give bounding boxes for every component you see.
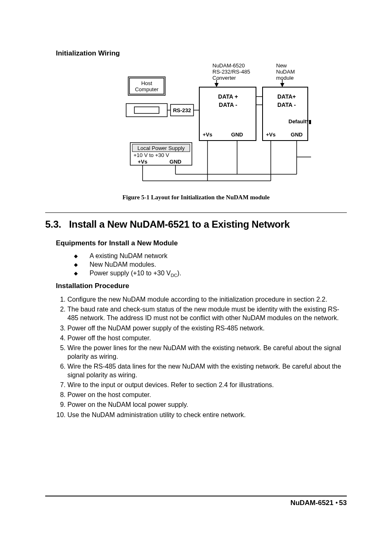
wiring-diagram: Host Computer RS-232 NuDAM-6520 RS-232/R…	[81, 62, 311, 192]
subscript-dc: DC	[171, 273, 177, 278]
svg-text:DATA +: DATA +	[218, 93, 238, 100]
list-item: Power on the NuDAM local power supply.	[67, 400, 347, 409]
footer-text: NuDAM-6521 ● 53	[45, 499, 347, 507]
list-item-text: New NuDAM modules.	[90, 261, 156, 268]
svg-text:+Vs: +Vs	[138, 159, 148, 165]
list-item: Use the NuDAM administration utility to …	[67, 411, 347, 419]
list-item-text: Power on the NuDAM local power supply.	[67, 401, 188, 408]
list-item: The baud rate and check-sum status of th…	[67, 305, 347, 322]
list-item-text: Use the NuDAM administration utility to …	[67, 411, 246, 418]
list-item: Power on the host computer.	[67, 390, 347, 399]
page-footer: NuDAM-6521 ● 53	[45, 496, 347, 507]
list-item: Power off the NuDAM power supply of the …	[67, 324, 347, 332]
svg-text:Default*: Default*	[288, 118, 309, 125]
closing-paren: ).	[177, 270, 181, 277]
list-item-text: Power supply (+10 to +30 V	[90, 270, 171, 277]
svg-rect-6	[126, 104, 167, 117]
heading-initialization-wiring: Initialization Wiring	[56, 49, 347, 58]
svg-text:+Vs: +Vs	[266, 132, 276, 138]
procedure-list: Configure the new NuDAM module according…	[45, 295, 347, 419]
list-item-text: Power on the host computer.	[67, 391, 151, 398]
svg-text:DATA -: DATA -	[277, 102, 296, 108]
list-item: Wire to the input or output devices. Ref…	[67, 381, 347, 389]
list-item: Configure the new NuDAM module according…	[67, 295, 347, 304]
svg-text:Host: Host	[141, 80, 152, 86]
svg-rect-4	[134, 107, 159, 113]
figure-caption: Figure 5-1 Layout for Initialization the…	[45, 194, 347, 201]
section-rule	[45, 212, 347, 213]
list-item-text: Power off the host computer.	[67, 335, 151, 342]
svg-text:GND: GND	[291, 132, 303, 138]
svg-text:NuDAM: NuDAM	[276, 69, 295, 75]
list-item: Wire the power lines for the new NuDAM w…	[67, 344, 347, 361]
heading-equipments: Equipments for Install a New Module	[56, 239, 347, 247]
svg-text:RS-232: RS-232	[173, 107, 191, 113]
section-number: 5.3.	[45, 219, 61, 230]
svg-text:New: New	[276, 62, 287, 69]
list-item-text: Wire the power lines for the new NuDAM w…	[67, 344, 341, 360]
list-item: A existing NuDAM network	[74, 252, 347, 260]
list-item-text: Wire to the input or output devices. Ref…	[67, 381, 274, 388]
svg-text:Computer: Computer	[135, 86, 159, 92]
list-item-text: Wire the RS-485 data lines for the new N…	[67, 363, 341, 378]
svg-text:NuDAM-6520: NuDAM-6520	[212, 62, 245, 69]
list-item-text: Configure the new NuDAM module according…	[67, 296, 327, 303]
footer-page-number: 53	[339, 499, 347, 507]
figure-wrap: Host Computer RS-232 NuDAM-6520 RS-232/R…	[45, 62, 347, 201]
svg-text:+Vs: +Vs	[203, 132, 212, 138]
page: Initialization Wiring Host Computer RS-2…	[0, 0, 392, 540]
bullet-icon: ●	[335, 500, 339, 505]
svg-text:+10 V to +30 V: +10 V to +30 V	[134, 152, 169, 158]
svg-text:Converter: Converter	[212, 75, 236, 81]
svg-text:module: module	[276, 75, 294, 81]
footer-product: NuDAM-6521	[291, 499, 334, 507]
footer-rule	[45, 496, 347, 496]
equipments-list: A existing NuDAM network New NuDAM modul…	[45, 252, 347, 278]
svg-marker-15	[214, 83, 219, 87]
svg-marker-26	[280, 83, 284, 87]
list-item-text: A existing NuDAM network	[90, 252, 167, 259]
svg-rect-30	[309, 120, 311, 124]
svg-text:Local Power Supply: Local Power Supply	[138, 145, 185, 151]
list-item-text: Power off the NuDAM power supply of the …	[67, 325, 265, 332]
svg-text:GND: GND	[170, 159, 182, 165]
list-item: Wire the RS-485 data lines for the new N…	[67, 362, 347, 379]
section-title: 5.3. Install a New NuDAM-6521 to a Exist…	[45, 219, 347, 230]
svg-text:DATA+: DATA+	[277, 93, 296, 100]
list-item: Power off the host computer.	[67, 334, 347, 342]
svg-text:DATA -: DATA -	[219, 102, 238, 108]
list-item: New NuDAM modules.	[74, 261, 347, 268]
svg-text:GND: GND	[231, 132, 243, 138]
list-item: Power supply (+10 to +30 VDC).	[74, 270, 347, 278]
svg-text:RS-232/RS-485: RS-232/RS-485	[212, 69, 250, 75]
section-title-text: Install a New NuDAM-6521 to a Existing N…	[69, 219, 290, 230]
heading-procedure: Installation Procedure	[56, 282, 347, 290]
list-item-text: The baud rate and check-sum status of th…	[67, 306, 339, 321]
